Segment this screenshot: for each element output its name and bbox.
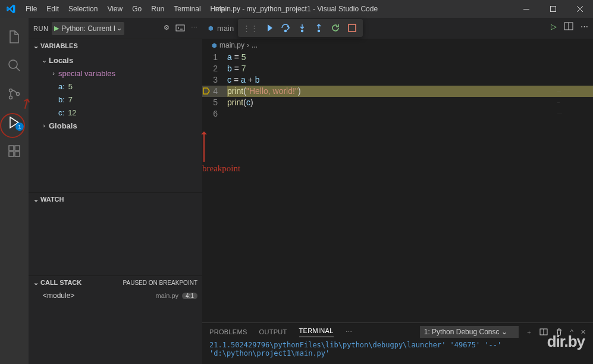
chevron-down-icon: ⌄ <box>31 42 40 50</box>
split-editor-icon[interactable] <box>564 21 573 31</box>
menu-edit[interactable]: Edit <box>42 0 64 18</box>
main-area: 1 ↗ RUN ▶ Python: Current I ⌄ ⚙ ⋯ ⌄VARIA… <box>0 18 593 364</box>
menu-view[interactable]: View <box>102 0 127 18</box>
close-button[interactable] <box>566 0 593 18</box>
editor-tabs: ⬢main ⋮⋮ ▷ ⋯ <box>202 18 593 39</box>
svg-rect-6 <box>9 146 14 150</box>
watch-header[interactable]: ⌄WATCH <box>29 193 202 206</box>
chevron-right-icon: › <box>39 122 49 129</box>
terminal-selector[interactable]: 1: Python Debug Consc ⌄ <box>420 326 519 338</box>
menu-go[interactable]: Go <box>127 0 146 18</box>
svg-point-11 <box>285 30 287 32</box>
locals-node[interactable]: ⌄Locals <box>29 54 202 67</box>
callstack-frame[interactable]: <module> main.py 4:1 <box>29 289 202 302</box>
globals-node[interactable]: ›Globals <box>29 119 202 132</box>
svg-point-3 <box>10 89 12 92</box>
line-number: 1 <box>202 52 227 63</box>
chevron-down-icon: ⌄ <box>31 279 40 287</box>
panel-tab-terminal[interactable]: TERMINAL <box>299 327 334 337</box>
step-into-button[interactable] <box>294 20 310 36</box>
run-icon[interactable]: ▷ <box>551 22 557 31</box>
menu-file[interactable]: File <box>21 0 42 18</box>
var-name: c: <box>58 108 64 117</box>
maximize-button[interactable] <box>539 0 566 18</box>
panel-more-icon[interactable]: ⋯ <box>346 328 352 336</box>
sidebar-title: RUN <box>33 25 48 32</box>
special-variables-node[interactable]: ›special variables <box>29 67 202 80</box>
chevron-right-icon: › <box>49 70 58 77</box>
var-value: 5 <box>68 82 73 91</box>
variables-header[interactable]: ⌄VARIABLES <box>29 39 202 52</box>
more-icon[interactable]: ⋯ <box>191 24 197 33</box>
trash-icon[interactable] <box>555 328 563 336</box>
new-terminal-icon[interactable]: ＋ <box>526 328 532 337</box>
var-name: b: <box>58 95 65 104</box>
python-icon: ⬢ <box>208 25 214 32</box>
globals-label: Globals <box>49 121 77 130</box>
window-controls <box>513 0 593 18</box>
svg-point-12 <box>302 30 303 32</box>
minimap[interactable]: ▬▬▬▬▬▬▬▬▬ <box>557 86 593 109</box>
var-value: 12 <box>68 108 76 117</box>
breakpoint-indicator-icon[interactable] <box>202 87 211 95</box>
breadcrumb-sep: › <box>247 41 249 49</box>
vscode-logo-icon <box>0 4 21 14</box>
restart-button[interactable] <box>327 20 344 36</box>
step-out-button[interactable] <box>310 20 327 36</box>
more-icon[interactable]: ⋯ <box>581 22 588 31</box>
debug-console-icon[interactable] <box>175 24 185 33</box>
code-line: 3c = a + b <box>202 74 593 86</box>
close-panel-icon[interactable]: ✕ <box>581 328 586 336</box>
annotation-text: breakpoint <box>202 163 240 174</box>
locals-label: Locals <box>49 56 73 65</box>
code-line: 1a = 5 <box>202 52 593 63</box>
run-debug-icon[interactable]: 1 <box>0 108 29 137</box>
minimize-button[interactable] <box>513 0 539 18</box>
special-label: special variables <box>58 69 115 78</box>
explorer-icon[interactable] <box>0 23 29 51</box>
step-over-button[interactable] <box>277 20 294 36</box>
breadcrumb[interactable]: ⬢ main.py › ... <box>202 39 593 52</box>
line-number: 5 <box>202 97 227 108</box>
code-line-active: 4print("Hello, world!") <box>202 86 593 97</box>
continue-button[interactable] <box>261 20 277 36</box>
source-control-icon[interactable] <box>0 80 29 108</box>
terminal-output[interactable]: 21.1.502429796\pythonFiles\lib\python\de… <box>202 341 593 364</box>
svg-point-2 <box>9 60 17 68</box>
variable-row[interactable]: a:5 <box>29 80 202 93</box>
debug-toolbar[interactable]: ⋮⋮ <box>238 19 363 37</box>
menu-run[interactable]: Run <box>146 0 169 18</box>
run-config-selector[interactable]: ▶ Python: Current I ⌄ <box>52 22 124 35</box>
panel-tab-output[interactable]: OUTPUT <box>259 328 287 335</box>
search-icon[interactable] <box>0 51 29 80</box>
extensions-icon[interactable] <box>0 137 29 165</box>
gear-icon[interactable]: ⚙ <box>164 24 170 33</box>
svg-rect-10 <box>176 25 184 31</box>
python-icon: ⬢ <box>212 42 217 49</box>
panel-actions: 1: Python Debug Consc ⌄ ＋ ^ ✕ <box>420 326 586 338</box>
menu-terminal[interactable]: Terminal <box>169 0 205 18</box>
menu-selection[interactable]: Selection <box>64 0 102 18</box>
menu-bar: File Edit Selection View Go Run Terminal… <box>21 0 230 18</box>
code-editor[interactable]: 1a = 5 2b = 7 3c = a + b 4print("Hello, … <box>202 52 593 120</box>
panel-tab-problems[interactable]: PROBLEMS <box>209 328 247 335</box>
callstack-header[interactable]: ⌄CALL STACK PAUSED ON BREAKPOINT <box>29 276 202 289</box>
title-bar: File Edit Selection View Go Run Terminal… <box>0 0 593 18</box>
variable-row[interactable]: b:7 <box>29 93 202 106</box>
config-name: Python: Current I <box>61 24 115 33</box>
annotation-arrow <box>203 132 205 162</box>
grip-icon[interactable]: ⋮⋮ <box>240 24 261 33</box>
debug-sidebar: RUN ▶ Python: Current I ⌄ ⚙ ⋯ ⌄VARIABLES… <box>29 18 202 364</box>
maximize-panel-icon[interactable]: ^ <box>570 328 573 335</box>
svg-rect-0 <box>523 9 529 10</box>
sidebar-header: RUN ▶ Python: Current I ⌄ ⚙ ⋯ <box>29 18 202 39</box>
breadcrumb-file: main.py <box>219 41 244 49</box>
svg-point-13 <box>318 30 320 32</box>
stop-button[interactable] <box>344 20 360 36</box>
variable-row[interactable]: c:12 <box>29 106 202 119</box>
editor-area: ⬢main ⋮⋮ ▷ ⋯ ⬢ main.py › ... <box>202 18 593 364</box>
editor-tab-behind[interactable]: ⬢main <box>202 18 240 39</box>
bottom-panel: PROBLEMS OUTPUT TERMINAL ⋯ 1: Python Deb… <box>202 322 593 364</box>
var-value: 7 <box>68 95 73 104</box>
split-terminal-icon[interactable] <box>539 328 548 336</box>
